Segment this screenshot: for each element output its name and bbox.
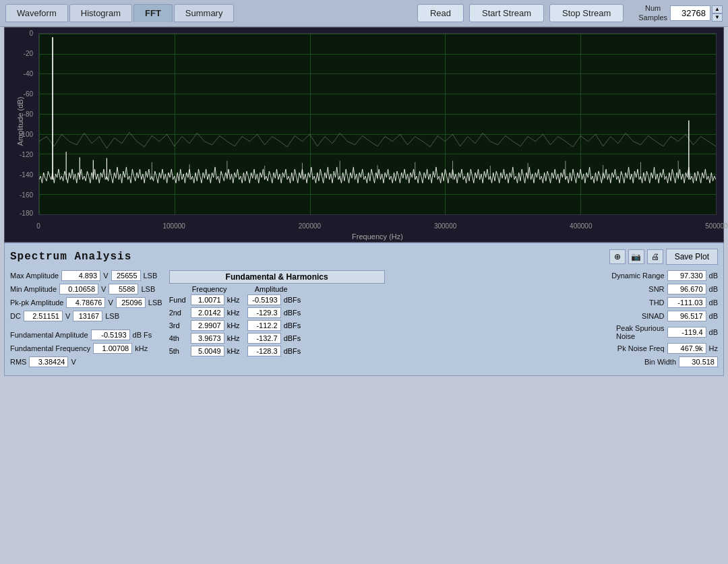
x-axis-ticks: 0 100000 200000 300000 400000 500000 Fre…	[38, 215, 717, 242]
fund-row-5th-amp-unit: dBFs	[284, 347, 301, 355]
fund-row-5th: 5th 5.0049 kHz -128.3 dBFs	[169, 346, 385, 356]
fund-row-fund-amp: -0.5193	[247, 294, 281, 305]
min-amplitude-v-unit: V	[101, 285, 106, 293]
dc-lsb-unit: LSB	[105, 312, 119, 320]
max-amplitude-label: Max Amplitude	[10, 272, 59, 280]
thd-label: THD	[649, 299, 665, 307]
analysis-header: Spectrum Analysis ⊕ 📷 🖨 Save Plot	[10, 249, 718, 265]
spinner-down[interactable]: ▼	[712, 13, 723, 22]
x-tick-400k: 400000	[570, 222, 592, 230]
camera-tool-button[interactable]: 📷	[628, 249, 644, 264]
fft-waveform	[39, 34, 716, 214]
y-tick-160: -160	[20, 191, 33, 198]
min-amplitude-v-value: 0.10658	[59, 284, 98, 294]
thd-row: THD -111.03 dB	[392, 297, 718, 308]
y-axis-ticks: 0 -20 -40 -60 -80 -100 -120 -140 -160 -1…	[5, 33, 36, 215]
analysis-tools: ⊕ 📷 🖨 Save Plot	[609, 249, 718, 265]
dc-v-value: 2.51151	[24, 311, 63, 321]
sinad-value: 96.517	[667, 311, 706, 321]
peak-spurious-label: Peak Spurious Noise	[616, 324, 665, 340]
peak-spurious-unit: dB	[709, 328, 718, 336]
y-tick-40: -40	[24, 69, 33, 77]
y-tick-20: -20	[24, 49, 33, 57]
fund-row-fund: Fund 1.0071 kHz -0.5193 dBFs	[169, 294, 385, 305]
tab-fft[interactable]: FFT	[133, 4, 173, 22]
rms-unit: V	[71, 358, 75, 366]
max-amplitude-lsb-unit: LSB	[144, 272, 158, 280]
tab-histogram[interactable]: Histogram	[69, 4, 132, 22]
analysis-title: Spectrum Analysis	[10, 251, 131, 263]
thd-unit: dB	[709, 299, 718, 307]
fund-amplitude-value: -0.5193	[91, 330, 130, 340]
max-amplitude-lsb-value: 25655	[111, 270, 141, 281]
pkpk-amplitude-v-unit: V	[108, 299, 113, 307]
print-tool-button[interactable]: 🖨	[647, 249, 663, 264]
save-plot-button[interactable]: Save Plot	[666, 249, 718, 265]
rms-value: 3.38424	[29, 356, 68, 367]
num-samples-label: Num Samples	[638, 4, 667, 22]
num-samples-spinner[interactable]: ▲ ▼	[712, 5, 723, 22]
fund-frequency-unit: kHz	[135, 344, 148, 352]
x-tick-500k: 500000	[705, 222, 727, 230]
bin-width-label: Bin Width	[644, 358, 676, 366]
fund-row-4th-freq-unit: kHz	[227, 334, 245, 342]
fund-amplitude-row: Fundamental Amplitude -0.5193 dB Fs	[10, 330, 162, 340]
fund-row-3rd-amp: -112.2	[247, 320, 281, 331]
tab-summary[interactable]: Summary	[174, 4, 235, 22]
stop-stream-button[interactable]: Stop Stream	[549, 4, 624, 22]
num-samples-value[interactable]: 32768	[670, 5, 710, 21]
fund-row-3rd-amp-unit: dBFs	[284, 321, 301, 330]
min-amplitude-label: Min Amplitude	[10, 285, 57, 293]
fund-amplitude-unit: dB Fs	[133, 331, 152, 339]
fund-row-2nd-label: 2nd	[169, 309, 188, 317]
fund-row-2nd: 2nd 2.0142 kHz -129.3 dBFs	[169, 307, 385, 318]
x-tick-0: 0	[36, 222, 40, 230]
sinad-label: SINAD	[642, 312, 665, 320]
dc-lsb-value: 13167	[73, 311, 102, 321]
amp-header: Amplitude	[253, 285, 290, 293]
x-tick-300k: 300000	[434, 222, 456, 230]
freq-header: Frequency	[192, 285, 227, 293]
y-tick-100: -100	[20, 130, 33, 137]
x-tick-200k: 200000	[299, 222, 321, 230]
tab-waveform[interactable]: Waveform	[5, 4, 68, 22]
start-stream-button[interactable]: Start Stream	[469, 4, 544, 22]
max-amplitude-row: Max Amplitude 4.893 V 25655 LSB	[10, 270, 162, 281]
toolbar: Waveform Histogram FFT Summary Read Star…	[0, 0, 728, 27]
thd-value: -111.03	[667, 297, 706, 308]
dc-v-unit: V	[65, 312, 70, 320]
pkpk-amplitude-lsb-value: 25096	[116, 297, 146, 308]
y-tick-60: -60	[24, 90, 33, 97]
fund-harmonics-title: Fundamental & Harmonics	[169, 270, 385, 284]
chart-area: Amplitude (dB)	[4, 27, 724, 243]
pkpk-amplitude-label: Pk-pk Amplitude	[10, 299, 63, 307]
max-amplitude-v-value: 4.893	[61, 270, 100, 281]
fund-frequency-value: 1.00708	[93, 343, 132, 354]
fund-row-2nd-freq-unit: kHz	[227, 309, 245, 317]
fund-frequency-row: Fundamental Frequency 1.00708 kHz	[10, 343, 162, 354]
pkpk-amplitude-v-value: 4.78676	[66, 297, 105, 308]
fund-row-3rd-freq-unit: kHz	[227, 321, 245, 330]
read-button[interactable]: Read	[417, 4, 464, 22]
dc-row: DC 2.51151 V 13167 LSB	[10, 311, 162, 321]
y-tick-180: -180	[20, 210, 33, 217]
min-amplitude-lsb-unit: LSB	[141, 285, 155, 293]
snr-row: SNR 96.670 dB	[392, 284, 718, 294]
analysis-left-col: Max Amplitude 4.893 V 25655 LSB Min Ampl…	[10, 270, 162, 370]
sinad-unit: dB	[709, 312, 718, 320]
fund-row-2nd-amp: -129.3	[247, 307, 281, 318]
snr-value: 96.670	[667, 284, 706, 294]
spinner-up[interactable]: ▲	[712, 5, 723, 13]
fund-row-5th-label: 5th	[169, 347, 188, 355]
peak-spurious-value: -119.4	[667, 327, 706, 338]
y-tick-120: -120	[20, 150, 33, 158]
fund-amplitude-label: Fundamental Amplitude	[10, 331, 88, 339]
fund-row-fund-freq: 1.0071	[191, 294, 224, 305]
fund-row-4th: 4th 3.9673 kHz -132.7 dBFs	[169, 333, 385, 344]
fund-frequency-label: Fundamental Frequency	[10, 344, 90, 352]
rms-row: RMS 3.38424 V	[10, 356, 162, 367]
fund-row-5th-freq: 5.0049	[191, 346, 224, 356]
zoom-tool-button[interactable]: ⊕	[609, 249, 626, 264]
peak-spurious-row: Peak Spurious Noise -119.4 dB	[392, 324, 718, 340]
x-axis-label: Frequency (Hz)	[352, 232, 403, 241]
